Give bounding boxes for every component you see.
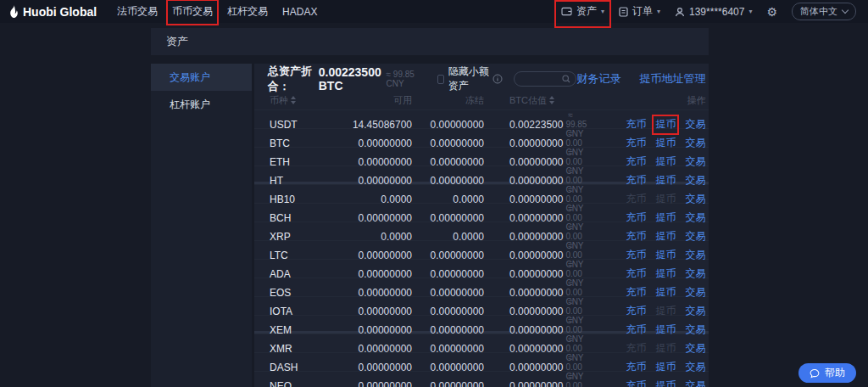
deposit-link[interactable]: 充币 [626,154,646,169]
trade-link[interactable]: 交易 [685,304,705,318]
table-body: USDT 14.45086700 0.00000000 0.00223500 ≈… [254,109,709,387]
trade-link[interactable]: 交易 [685,285,705,300]
trade-link[interactable]: 交易 [685,341,705,356]
available-balance: 0.00000000 [319,268,412,280]
deposit-link[interactable]: 充币 [626,173,646,188]
row-actions: 充币 提币 交易 [587,266,705,281]
top-nav: Huobi Global 法币交易 币币交易 杠杆交易 HADAX 资产 ▾ 订… [0,0,868,23]
withdraw-link[interactable]: 提币 [655,136,676,150]
withdraw-link[interactable]: 提币 [655,322,676,337]
available-balance: 0.00000000 [319,343,412,355]
withdraw-link[interactable]: 提币 [655,154,676,169]
huobi-logo[interactable]: Huobi Global [8,5,97,19]
nav-item-margin-trade[interactable]: 杠杆交易 [227,4,268,19]
frozen-balance: 0.00000000 [412,156,484,168]
withdraw-link[interactable]: 提币 [655,117,676,132]
trade-link[interactable]: 交易 [685,248,705,262]
deposit-link[interactable]: 充币 [626,248,646,262]
row-actions: 充币 提币 交易 [587,173,705,188]
deposit-link[interactable]: 充币 [626,379,646,387]
row-actions: 充币 提币 交易 [587,210,705,225]
withdraw-link[interactable]: 提币 [655,173,676,188]
available-balance: 0.0000 [319,194,412,205]
frozen-balance: 0.00000000 [412,324,484,336]
trade-link[interactable]: 交易 [685,136,705,150]
orders-menu[interactable]: 订单 ▾ [619,4,660,19]
frozen-balance: 0.00000000 [412,287,484,299]
withdraw-address-management-link[interactable]: 提币地址管理 [639,71,705,87]
deposit-link[interactable]: 充币 [626,304,646,318]
deposit-link[interactable]: 充币 [626,266,646,281]
trade-link[interactable]: 交易 [685,192,705,206]
column-header-available: 可用 [319,94,412,107]
finance-record-link[interactable]: 财务记录 [576,71,620,87]
trade-link[interactable]: 交易 [685,379,705,387]
withdraw-link[interactable]: 提币 [655,379,676,387]
info-icon[interactable] [492,74,503,84]
coin-name: NEO [268,380,319,387]
withdraw-link[interactable]: 提币 [655,210,676,225]
trade-link[interactable]: 交易 [685,173,705,188]
deposit-link[interactable]: 充币 [626,285,646,300]
trade-link[interactable]: 交易 [685,210,705,225]
withdraw-link[interactable]: 提币 [655,192,676,206]
column-header-btc-valuation[interactable]: BTC估值 [484,94,587,107]
available-balance: 0.00000000 [319,250,412,261]
nav-item-hadax[interactable]: HADAX [282,6,317,18]
deposit-link[interactable]: 充币 [626,360,646,374]
deposit-link[interactable]: 充币 [626,210,646,225]
available-balance: 0.00000000 [319,212,412,224]
coin-name: HB10 [268,194,319,205]
sidebar-item-exchange-account[interactable]: 交易账户 [151,64,252,91]
nav-item-fiat-trade[interactable]: 法币交易 [117,4,158,19]
trade-link[interactable]: 交易 [685,117,705,132]
withdraw-link[interactable]: 提币 [655,285,676,300]
search-input[interactable] [520,74,562,84]
page-title-card: 资产 [151,28,709,55]
column-header-frozen: 冻结 [412,94,484,107]
trade-link[interactable]: 交易 [685,154,705,169]
withdraw-link[interactable]: 提币 [655,229,676,244]
withdraw-link[interactable]: 提币 [655,248,676,262]
coin-name: BTC [268,137,319,149]
deposit-link[interactable]: 充币 [626,136,646,150]
sort-icon [291,96,296,104]
sort-icon [549,96,554,104]
withdraw-link[interactable]: 提币 [655,341,676,356]
hide-small-assets-toggle[interactable]: 隐藏小额资产 [437,64,490,93]
deposit-link[interactable]: 充币 [626,117,646,132]
frozen-balance: 0.00000000 [412,306,484,317]
deposit-link[interactable]: 充币 [626,229,646,244]
deposit-link[interactable]: 充币 [626,192,646,206]
gear-icon[interactable]: ⚙ [766,6,777,18]
trade-link[interactable]: 交易 [685,360,705,374]
assets-menu[interactable]: 资产 ▾ [561,4,604,19]
coin-name: LTC [268,250,319,261]
frozen-balance: 0.00000000 [412,212,484,224]
nav-item-spot-trade[interactable]: 币币交易 [172,4,213,19]
deposit-link[interactable]: 充币 [626,322,646,337]
sidebar-item-margin-account[interactable]: 杠杆账户 [151,91,252,118]
deposit-link[interactable]: 充币 [626,341,646,356]
language-selector[interactable]: 简体中文 [792,3,856,20]
account-menu[interactable]: 139****6407 ▾ [675,6,752,18]
btc-valuation: 0.00000000 ≈ 0.00 CNY [484,372,587,387]
coin-name: DASH [268,362,319,373]
trade-link[interactable]: 交易 [685,266,705,281]
hide-small-assets-checkbox[interactable] [437,75,444,84]
frozen-balance: 0.0000 [412,231,484,243]
frozen-balance: 0.0000 [412,194,484,205]
column-header-coin[interactable]: 币种 [268,94,319,107]
row-actions: 充币 提币 交易 [587,248,705,262]
frozen-balance: 0.00000000 [412,362,484,373]
withdraw-link[interactable]: 提币 [655,266,676,281]
trade-link[interactable]: 交易 [685,229,705,244]
coin-name: ADA [268,268,319,280]
total-assets-label: 总资产折合： [268,64,314,94]
search-box[interactable] [514,71,576,87]
assets-menu-label: 资产 [576,4,597,19]
withdraw-link[interactable]: 提币 [655,360,676,374]
help-button[interactable]: 帮助 [798,363,856,383]
withdraw-link[interactable]: 提币 [655,304,676,318]
trade-link[interactable]: 交易 [685,322,705,337]
